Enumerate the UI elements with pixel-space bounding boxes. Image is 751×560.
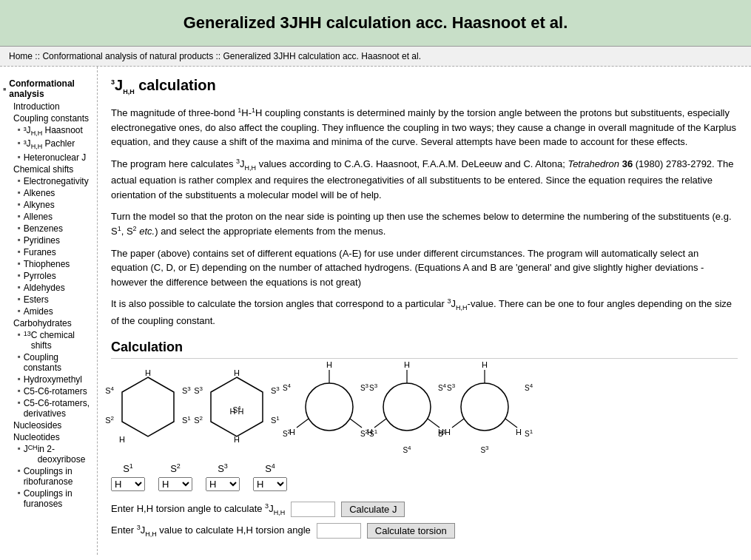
- svg-text:S3: S3: [194, 385, 203, 396]
- sidebar-item-13c-shifts[interactable]: 13C chemical shifts: [3, 329, 94, 351]
- svg-text:S4: S4: [525, 382, 533, 392]
- svg-line-28: [374, 419, 386, 428]
- svg-marker-0: [122, 377, 174, 436]
- sidebar-section-conformational[interactable]: Conformational analysis: [3, 78, 94, 99]
- sidebar-item-nucleotides[interactable]: Nucleotides: [3, 431, 94, 443]
- page-header: Generalized 3JHH calculation acc. Haasno…: [0, 0, 751, 47]
- svg-text:S3: S3: [480, 445, 489, 454]
- svg-text:S2: S2: [194, 415, 203, 425]
- sidebar-item-3jhh-pachler[interactable]: ³JH,H Pachler: [3, 138, 94, 151]
- ring-diagram-1: H H S4 S3 S2 S1: [111, 370, 185, 444]
- svg-text:S1: S1: [182, 415, 191, 425]
- sidebar-item-electronegativity[interactable]: Electronegativity: [3, 175, 94, 187]
- sidebar-item-nucleosides[interactable]: Nucleosides: [3, 419, 94, 431]
- sidebar-item-couplings-furanoses[interactable]: Couplings in furanoses: [3, 488, 94, 510]
- sidebar-item-benzenes[interactable]: Benzenes: [3, 223, 94, 235]
- selector-s3: S3 HCNO FSiPS ClBrI: [206, 462, 240, 491]
- sidebar-item-aldehydes[interactable]: Aldehydes: [3, 282, 94, 294]
- svg-line-29: [428, 419, 440, 428]
- breadcrumb-current: Generalized 3JHH calculation acc. Haasno…: [223, 51, 421, 61]
- svg-text:H: H: [404, 360, 410, 369]
- svg-text:H: H: [234, 435, 240, 444]
- svg-line-40: [505, 419, 517, 428]
- selector-s4-select[interactable]: HCNO FSiPS ClBrI: [253, 477, 287, 491]
- ring-diagram-2: H H S3 S3 S2 S1 H H S4: [200, 370, 274, 444]
- svg-text:S2: S2: [360, 428, 369, 438]
- j-value-input-label: Enter 3JH,H value to calculate H,H torsi…: [111, 524, 311, 538]
- sidebar-item-couplings-ribofuranose[interactable]: Couplings in ribofuranose: [3, 465, 94, 488]
- svg-text:S3: S3: [182, 385, 191, 396]
- sidebar-item-chemical-shifts[interactable]: Chemical shifts: [3, 163, 94, 175]
- sidebar-item-carbohydrates[interactable]: Carbohydrates: [3, 317, 94, 329]
- torsion-angle-input[interactable]: [291, 502, 335, 517]
- selector-s4-label: S4: [265, 462, 275, 474]
- sidebar-item-coupling-constants-carb[interactable]: Coupling constants: [3, 351, 94, 374]
- svg-text:S4: S4: [283, 382, 292, 392]
- svg-text:S1: S1: [271, 415, 280, 425]
- svg-point-26: [383, 383, 431, 431]
- svg-point-16: [306, 383, 353, 431]
- svg-text:H: H: [145, 368, 151, 377]
- sidebar-item-3jhh-haasnoot[interactable]: ³JH,H Haasnoot: [3, 124, 94, 138]
- sidebar-item-coupling-constants[interactable]: Coupling constants: [3, 112, 94, 124]
- sidebar-item-esters[interactable]: Esters: [3, 294, 94, 306]
- svg-text:H: H: [119, 435, 125, 444]
- selector-s2-select[interactable]: HCNO FSiPS ClBrI: [158, 477, 192, 491]
- main-page-title: 3JH,H calculation: [111, 77, 738, 95]
- sidebar-item-heteronuclear-j[interactable]: Heteronuclear J: [3, 152, 94, 163]
- paragraph-1: The magnitude of three-bond 1H-1H coupli…: [111, 106, 738, 149]
- calculate-torsion-button[interactable]: Calculate torsion: [367, 523, 455, 539]
- svg-text:S2: S2: [105, 415, 114, 425]
- sidebar: Conformational analysis Introduction Cou…: [0, 67, 98, 555]
- sidebar-item-hydroxymethyl[interactable]: Hydroxymethyl: [3, 374, 94, 385]
- j-value-input[interactable]: [317, 523, 361, 539]
- svg-text:H: H: [326, 360, 332, 369]
- svg-text:H: H: [516, 428, 522, 436]
- paragraph-4: The paper (above) contains set of differ…: [111, 246, 738, 290]
- svg-text:S3: S3: [360, 382, 369, 392]
- sidebar-item-alkynes[interactable]: Alkynes: [3, 199, 94, 211]
- sidebar-item-furanes[interactable]: Furanes: [3, 246, 94, 258]
- sidebar-item-alkenes[interactable]: Alkenes: [3, 187, 94, 199]
- svg-text:H: H: [234, 368, 240, 377]
- svg-text:S4: S4: [105, 385, 114, 396]
- svg-text:S4: S4: [403, 445, 411, 454]
- svg-text:S3: S3: [271, 385, 280, 396]
- calculation-section-title: Calculation: [111, 340, 738, 359]
- paragraph-2: The program here calculates 3JH,H values…: [111, 157, 738, 202]
- ring-diagrams: H H S4 S3 S2 S1 H H S3 S3 S2 S1 H H S4: [111, 366, 738, 448]
- sidebar-item-amides[interactable]: Amides: [3, 306, 94, 317]
- ring-diagrams-combined: H H S4 S3 S2 S1 H H H: [289, 366, 525, 448]
- selector-s3-select[interactable]: HCNO FSiPS ClBrI: [206, 477, 240, 491]
- selector-s2-label: S2: [170, 462, 181, 474]
- main-content: 3JH,H calculation The magnitude of three…: [98, 67, 751, 555]
- breadcrumb-conformational[interactable]: Conformational analysis of natural produ…: [42, 51, 213, 61]
- selector-s4: S4 HCNO FSiPS ClBrI: [253, 462, 287, 491]
- svg-line-18: [297, 419, 309, 428]
- sidebar-item-c5c6-rotamers-deriv[interactable]: C5-C6-rotamers, derivatives: [3, 397, 94, 419]
- selector-s1-select[interactable]: HCNO FSiPS ClBrI: [111, 477, 145, 491]
- sidebar-item-thiophenes[interactable]: Thiophenes: [3, 258, 94, 270]
- torsion-input-row: Enter H,H torsion angle to calculate 3JH…: [111, 502, 738, 517]
- calculate-j-button[interactable]: Calculate J: [341, 502, 405, 517]
- svg-text:S1: S1: [438, 428, 447, 438]
- breadcrumb: Home :: Conformational analysis of natur…: [0, 47, 751, 67]
- sidebar-item-c5c6-rotamers[interactable]: C5-C6-rotamers: [3, 385, 94, 397]
- sidebar-item-jch-deoxyribose[interactable]: JCH in 2-deoxyribose: [3, 443, 94, 465]
- svg-text:S1: S1: [525, 428, 533, 438]
- substituent-selectors: S1 HCNO FSiPS ClBrI S2 HCNO FSiPS ClBrI …: [111, 462, 738, 491]
- svg-text:S4: S4: [438, 382, 447, 392]
- paragraph-5: It is also possible to calculate the tor…: [111, 297, 738, 328]
- torsion-input-label: Enter H,H torsion angle to calculate 3JH…: [111, 502, 285, 516]
- sidebar-item-introduction[interactable]: Introduction: [3, 101, 94, 112]
- sidebar-item-pyrroles[interactable]: Pyrroles: [3, 270, 94, 282]
- svg-line-39: [452, 419, 464, 428]
- breadcrumb-home[interactable]: Home: [9, 51, 33, 61]
- sidebar-item-allenes[interactable]: Allenes: [3, 211, 94, 223]
- selector-s1: S1 HCNO FSiPS ClBrI: [111, 462, 145, 491]
- sidebar-item-pyridines[interactable]: Pyridines: [3, 235, 94, 246]
- selector-s3-label: S3: [218, 462, 228, 474]
- svg-text:H: H: [482, 360, 488, 369]
- svg-text:S2: S2: [283, 428, 292, 438]
- j-value-input-row: Enter 3JH,H value to calculate H,H torsi…: [111, 523, 738, 539]
